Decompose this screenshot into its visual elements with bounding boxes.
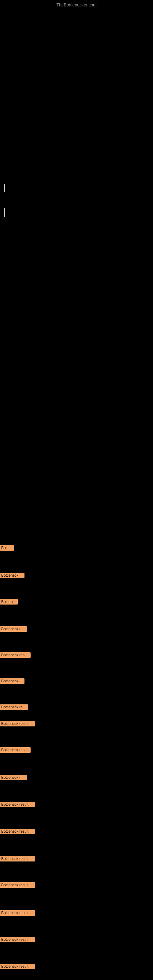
bottleneck-result-item[interactable]: Bottleneck re bbox=[0, 705, 28, 710]
bottleneck-result-item[interactable]: Bott bbox=[0, 545, 14, 550]
bottleneck-result-item[interactable]: Bottleneck result bbox=[0, 802, 35, 807]
bottleneck-result-item[interactable]: Bottleneck result bbox=[0, 856, 35, 861]
bottleneck-result-item[interactable]: Bottleneck result bbox=[0, 882, 35, 888]
bottleneck-result-item[interactable]: Bottleneck result bbox=[0, 964, 35, 969]
site-title: TheBottlenecker.com bbox=[56, 2, 97, 7]
bottleneck-result-item[interactable]: Bottleneck res bbox=[0, 747, 30, 753]
bottleneck-result-item[interactable]: Bottleneck result bbox=[0, 721, 35, 726]
bottleneck-result-item[interactable]: Bottleneck result bbox=[0, 829, 35, 834]
cursor-bar-2 bbox=[4, 208, 5, 217]
bottleneck-result-item[interactable]: Bottleneck result bbox=[0, 937, 35, 942]
bottleneck-result-item[interactable]: Bottleneck result bbox=[0, 910, 35, 916]
bottleneck-result-item[interactable]: Bottleneck bbox=[0, 573, 24, 578]
bottleneck-result-item[interactable]: Bottleneck bbox=[0, 678, 24, 684]
bottleneck-result-item[interactable]: Bottleneck r bbox=[0, 626, 27, 632]
bottleneck-result-item[interactable]: Bottleneck r bbox=[0, 775, 27, 780]
cursor-bar-1 bbox=[4, 184, 5, 192]
bottleneck-result-item[interactable]: Bottleneck res bbox=[0, 652, 30, 658]
bottleneck-result-item[interactable]: Bottlen bbox=[0, 599, 18, 605]
